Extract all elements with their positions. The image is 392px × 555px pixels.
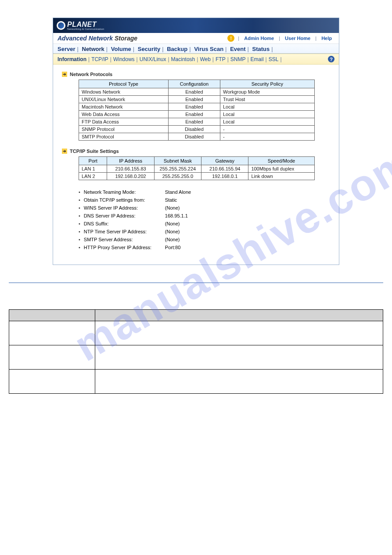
- cell-policy: Local: [220, 118, 314, 126]
- subtab-snmp[interactable]: SNMP: [230, 56, 246, 62]
- section-header-tcpip: ➔ TCP/IP Suite Settings: [62, 149, 330, 154]
- tab-status[interactable]: Status: [252, 46, 270, 52]
- setting-value: (None): [165, 237, 180, 242]
- help-icon[interactable]: ?: [328, 56, 334, 62]
- cell: 210.66.155.83: [107, 165, 154, 173]
- logo-icon: [57, 21, 65, 30]
- col-subnet: Subnet Mask: [154, 157, 201, 165]
- arrow-icon: ➔: [62, 149, 67, 154]
- setting-value: Stand Alone: [165, 189, 191, 195]
- title-network: Network: [89, 35, 115, 42]
- cell: Link down: [248, 173, 314, 180]
- cell-config: Enabled: [168, 88, 220, 96]
- col-configuration: Configuration: [168, 80, 220, 88]
- cell: 192.168.0.1: [201, 173, 248, 180]
- subtab-tcpip[interactable]: TCP/IP: [91, 56, 108, 62]
- top-links: | Admin Home | User Home | Help: [237, 36, 334, 41]
- cell: 192.168.0.202: [107, 173, 154, 180]
- list-item: WINS Server IP Address:(None): [79, 204, 330, 212]
- cell-protocol: Macintosh Network: [79, 103, 169, 111]
- cell-policy: Local: [220, 111, 314, 118]
- tab-backup[interactable]: Backup: [167, 46, 187, 52]
- cell: 255.255.255.224: [154, 165, 201, 173]
- setting-value: 168.95.1.1: [165, 213, 188, 218]
- subtab-email[interactable]: Email: [251, 56, 264, 62]
- app-window: PLANET Networking & Communication Advanc…: [53, 18, 339, 265]
- link-user-home[interactable]: User Home: [285, 36, 310, 41]
- col-gateway: Gateway: [201, 157, 248, 165]
- col-ip: IP Address: [107, 157, 154, 165]
- desc-row: [9, 345, 383, 370]
- subtab-unix-linux[interactable]: UNIX/Linux: [140, 56, 166, 62]
- cell-policy: -: [220, 126, 314, 133]
- section-header-protocols: ➔ Network Protocols: [62, 72, 330, 77]
- nav-secondary: Information| TCP/IP| Windows| UNIX/Linux…: [53, 54, 339, 65]
- col-protocol-type: Protocol Type: [79, 80, 169, 88]
- table-row: LAN 2192.168.0.202255.255.255.0192.168.0…: [79, 173, 315, 180]
- setting-label: DNS Server IP Address:: [84, 213, 165, 218]
- tab-volume[interactable]: Volume: [111, 46, 131, 52]
- subtab-ssl[interactable]: SSL: [269, 56, 279, 62]
- subtab-web[interactable]: Web: [200, 56, 210, 62]
- setting-value: (None): [165, 229, 180, 234]
- protocols-table: Protocol Type Configuration Security Pol…: [79, 80, 315, 141]
- setting-label: SMTP Server Address:: [84, 237, 165, 242]
- cell: LAN 1: [79, 165, 107, 173]
- table-row: Web Data AccessEnabledLocal: [79, 111, 315, 118]
- cell-protocol: Windows Network: [79, 88, 169, 96]
- tcpip-title: TCP/IP Suite Settings: [70, 149, 119, 154]
- subtab-windows[interactable]: Windows: [113, 56, 135, 62]
- list-item: HTTP Proxy Server IP Address:Port:80: [79, 243, 330, 251]
- subtab-macintosh[interactable]: Macintosh: [171, 56, 195, 62]
- cell-policy: -: [220, 133, 314, 141]
- protocols-title: Network Protocols: [70, 72, 112, 77]
- list-item: DNS Suffix:(None): [79, 220, 330, 228]
- desc-row: [9, 370, 383, 394]
- cell-protocol: FTP Data Access: [79, 118, 169, 126]
- setting-label: HTTP Proxy Server IP Address:: [84, 245, 165, 250]
- table-row: LAN 1210.66.155.83255.255.255.224210.66.…: [79, 165, 315, 173]
- setting-label: Network Teaming Mode:: [84, 189, 165, 195]
- description-table: [9, 309, 383, 394]
- tab-network[interactable]: Network: [82, 46, 104, 52]
- table-row: SMTP ProtocolDisabled-: [79, 133, 315, 141]
- cell-protocol: UNIX/Linux Network: [79, 96, 169, 103]
- page-divider: [9, 283, 383, 283]
- setting-label: WINS Server IP Address:: [84, 205, 165, 210]
- setting-label: Obtain TCP/IP settings from:: [84, 197, 165, 203]
- tab-server[interactable]: Server: [58, 46, 75, 52]
- tab-security[interactable]: Security: [138, 46, 160, 52]
- cell-protocol: SMTP Protocol: [79, 133, 169, 141]
- tab-event[interactable]: Event: [230, 46, 245, 52]
- arrow-icon: ➔: [62, 72, 67, 77]
- subtab-ftp[interactable]: FTP: [216, 56, 226, 62]
- content: ➔ Network Protocols Protocol Type Config…: [53, 65, 339, 265]
- tab-virus-scan[interactable]: Virus Scan: [194, 46, 223, 52]
- table-row: SNMP ProtocolDisabled-: [79, 126, 315, 133]
- list-item: Obtain TCP/IP settings from:Static: [79, 196, 330, 204]
- table-row: UNIX/Linux NetworkEnabledTrust Host: [79, 96, 315, 103]
- cell-policy: Trust Host: [220, 96, 314, 103]
- link-help[interactable]: Help: [321, 36, 332, 41]
- cell: 210.66.155.94: [201, 165, 248, 173]
- desc-head-2: [95, 310, 383, 321]
- table-row: Macintosh NetworkEnabledLocal: [79, 103, 315, 111]
- table-row: FTP Data AccessEnabledLocal: [79, 118, 315, 126]
- cell-protocol: Web Data Access: [79, 111, 169, 118]
- tcpip-table: Port IP Address Subnet Mask Gateway Spee…: [79, 156, 315, 180]
- cell-config: Disabled: [168, 133, 220, 141]
- desc-row: [9, 321, 383, 345]
- title-storage: Storage: [115, 35, 137, 42]
- cell-config: Enabled: [168, 118, 220, 126]
- link-admin-home[interactable]: Admin Home: [244, 36, 274, 41]
- subtab-information[interactable]: Information: [58, 56, 86, 62]
- cell: LAN 2: [79, 173, 107, 180]
- setting-value: (None): [165, 205, 180, 210]
- title-advanced: Advanced: [58, 35, 89, 42]
- cell: 255.255.255.0: [154, 173, 201, 180]
- col-security-policy: Security Policy: [220, 80, 314, 88]
- cell: 100Mbps full duplex: [248, 165, 314, 173]
- cell-config: Disabled: [168, 126, 220, 133]
- cell-config: Enabled: [168, 96, 220, 103]
- alert-icon[interactable]: !: [227, 35, 234, 42]
